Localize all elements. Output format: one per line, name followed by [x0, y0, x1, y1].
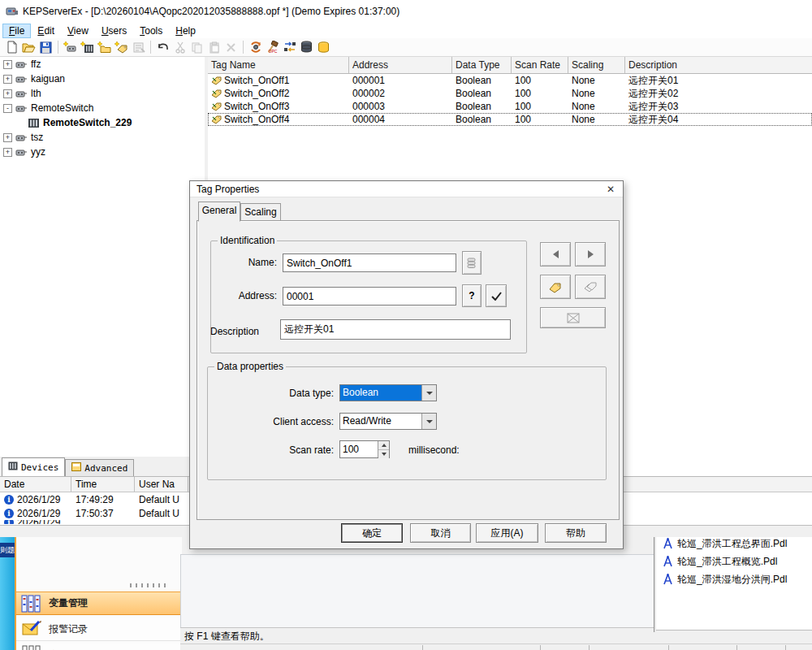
table-row[interactable]: Switch_OnOff2 000002 Boolean 100 None 远控…	[208, 87, 812, 100]
menu-file[interactable]: File	[3, 24, 30, 37]
tree-item-label[interactable]: kaiguan	[31, 73, 65, 84]
data-type-combo[interactable]: Boolean	[339, 384, 437, 401]
tree-item-label[interactable]: yyz	[31, 146, 45, 158]
delete-icon[interactable]	[222, 39, 240, 55]
description-input[interactable]	[280, 319, 511, 340]
background-status-bar: 按 F1 键查看帮助。	[180, 627, 654, 644]
tree-item-channel[interactable]: + ffz	[0, 57, 205, 72]
expand-toggle[interactable]: +	[3, 89, 12, 98]
close-icon[interactable]: ✕	[603, 183, 618, 196]
next-tag-button[interactable]	[575, 242, 606, 266]
tree-item-channel[interactable]: + kaiguan	[0, 72, 205, 86]
list-item[interactable]: 轮巡_滞洪工程总界面.Pdl	[656, 535, 812, 552]
column-header-time[interactable]: Time	[71, 477, 135, 492]
tree-item-label[interactable]: ffz	[31, 58, 41, 70]
tree-item-label[interactable]: RemoteSwitch	[31, 102, 93, 114]
apply-button[interactable]: 应用(A)	[476, 523, 538, 543]
screen: 则题 变量管理 报警记录 变量记录	[0, 0, 812, 650]
new-channel-icon[interactable]	[62, 39, 79, 55]
column-header-scan-rate[interactable]: Scan Rate	[512, 57, 568, 73]
tree-item-channel[interactable]: - RemoteSwitch	[0, 101, 205, 115]
address-check-button[interactable]	[486, 284, 507, 307]
menu-users[interactable]: Users	[96, 24, 132, 37]
address-input[interactable]	[283, 287, 456, 306]
menu-view[interactable]: View	[62, 24, 94, 37]
tab-advanced[interactable]: Advanced	[65, 459, 134, 476]
tab-devices[interactable]: Devices	[2, 457, 65, 476]
ok-button[interactable]: 确定	[341, 523, 403, 543]
paste-icon[interactable]	[205, 39, 222, 55]
toolbar-separator	[150, 41, 151, 54]
nav-item-variable-management[interactable]: 变量管理	[16, 592, 180, 615]
prev-tag-button[interactable]	[540, 242, 571, 266]
nav-item-variable-record[interactable]: 变量记录	[16, 644, 180, 650]
tree-item-channel[interactable]: + yyz	[0, 145, 205, 159]
multi-tag-button[interactable]	[462, 251, 482, 275]
menu-help[interactable]: Help	[170, 24, 201, 37]
tab-general[interactable]: General	[198, 202, 240, 222]
properties-icon[interactable]	[130, 39, 147, 55]
chevron-down-icon[interactable]	[421, 414, 436, 429]
expand-toggle[interactable]: +	[3, 60, 12, 69]
expand-toggle[interactable]: -	[3, 104, 12, 113]
delete-tag-button[interactable]	[540, 307, 606, 328]
database-dark-icon[interactable]	[298, 39, 315, 55]
column-header-description[interactable]: Description	[625, 57, 812, 73]
background-app-window: 则题 变量管理 报警记录 变量记录	[0, 532, 812, 650]
spin-up-icon[interactable]	[378, 441, 389, 450]
tree-item-channel[interactable]: + lth	[0, 86, 205, 101]
tree-item-device[interactable]: RemoteSwitch_229	[0, 115, 205, 130]
cut-icon[interactable]	[171, 39, 188, 55]
duplicate-tag-button[interactable]	[575, 275, 606, 299]
column-header-date[interactable]: Date	[0, 477, 71, 492]
list-item[interactable]: 轮巡_滞洪工程概览.Pdl	[656, 552, 812, 570]
new-device-icon[interactable]	[79, 39, 96, 55]
data-type-label: Data type:	[239, 388, 334, 399]
scan-rate-input[interactable]	[340, 441, 378, 457]
new-tag-group-icon[interactable]	[96, 39, 113, 55]
splitter-handle[interactable]	[130, 583, 166, 587]
undo-icon[interactable]	[154, 39, 171, 55]
list-item[interactable]: 轮巡_滞洪湿地分洪闸.Pdl	[656, 570, 812, 588]
expand-toggle[interactable]: +	[3, 133, 12, 142]
table-row[interactable]: Switch_OnOff3 000003 Boolean 100 None 远控…	[208, 100, 812, 113]
column-header-data-type[interactable]: Data Type	[452, 57, 512, 73]
tree-item-label[interactable]: lth	[31, 88, 41, 99]
column-header-tag-name[interactable]: Tag Name	[208, 57, 349, 73]
copy-icon[interactable]	[188, 39, 205, 55]
new-tag-icon[interactable]	[113, 39, 130, 55]
column-header-scaling[interactable]: Scaling	[568, 57, 625, 73]
connection-icon[interactable]	[281, 39, 298, 55]
spin-down-icon[interactable]	[378, 450, 389, 458]
scan-rate-stepper[interactable]	[339, 440, 390, 458]
cancel-button[interactable]: 取消	[410, 523, 471, 543]
table-row[interactable]: Switch_OnOff1 000001 Boolean 100 None 远控…	[208, 74, 812, 87]
new-tag-button[interactable]	[540, 275, 571, 299]
vertical-tab-label[interactable]: 则题	[0, 543, 15, 557]
menu-edit[interactable]: Edit	[32, 24, 60, 37]
column-header-user[interactable]: User Na	[135, 477, 188, 492]
chevron-down-icon[interactable]	[421, 385, 436, 401]
tree-item-label[interactable]: tsz	[31, 132, 43, 143]
column-header-address[interactable]: Address	[349, 57, 452, 73]
tree-item-channel[interactable]: + tsz	[0, 130, 205, 145]
save-icon[interactable]	[37, 39, 54, 55]
tag-icon	[211, 115, 222, 124]
nav-item-alarm-record[interactable]: 报警记录	[16, 618, 180, 641]
expand-toggle[interactable]: +	[3, 148, 12, 157]
name-input[interactable]	[283, 254, 456, 272]
tab-scaling[interactable]: Scaling	[240, 203, 281, 221]
client-access-combo[interactable]: Read/Write	[339, 413, 437, 430]
opc-diagnostics-icon[interactable]: OPC	[264, 39, 281, 55]
menu-tools[interactable]: Tools	[134, 24, 168, 37]
open-project-icon[interactable]	[20, 39, 37, 55]
new-project-icon[interactable]	[3, 39, 20, 55]
scan-rate-unit: millisecond:	[408, 444, 482, 456]
tree-item-label[interactable]: RemoteSwitch_229	[43, 117, 132, 128]
table-row-focused[interactable]: Switch_OnOff4 000004 Boolean 100 None 远控…	[208, 113, 812, 126]
expand-toggle[interactable]: +	[3, 75, 12, 84]
quick-client-icon[interactable]	[247, 39, 264, 55]
address-hint-button[interactable]: ?	[462, 284, 482, 307]
database-yellow-icon[interactable]	[315, 39, 332, 55]
help-button[interactable]: 帮助	[545, 523, 607, 543]
